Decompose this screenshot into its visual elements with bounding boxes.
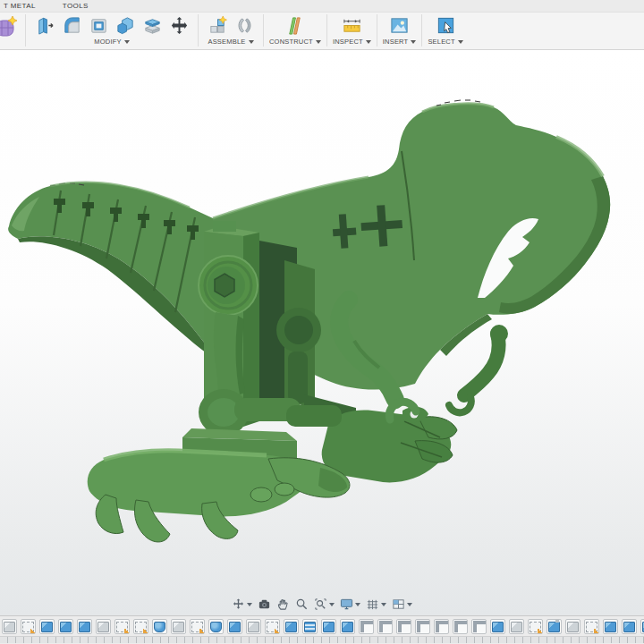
construct-plane-button[interactable] <box>284 14 306 36</box>
timeline-feature-body[interactable] <box>96 619 111 634</box>
dropdown-caret[interactable] <box>381 603 386 606</box>
joint-button[interactable] <box>233 14 255 36</box>
split-body-button[interactable] <box>141 14 163 36</box>
viewport-canvas[interactable] <box>0 50 644 615</box>
sketch-feature-icon <box>586 622 597 632</box>
toolbar-group-construct: CONSTRUCT <box>266 13 325 46</box>
extrude-t-feature-icon <box>548 622 560 632</box>
toolbar-separator <box>326 14 327 47</box>
timeline-feature-flag[interactable] <box>377 619 393 634</box>
flag-feature-icon <box>417 621 429 632</box>
sketch-feature-icon <box>22 622 34 632</box>
timeline-feature-extrude[interactable] <box>490 619 505 634</box>
fillet-button[interactable] <box>61 14 82 36</box>
grid-snaps-icon[interactable] <box>366 597 386 611</box>
timeline-feature-sketch[interactable] <box>265 619 280 634</box>
sketch-feature-icon <box>135 622 147 632</box>
timeline-feature-body[interactable] <box>509 619 524 634</box>
timeline-feature-flag[interactable] <box>434 619 449 634</box>
toolbar: MODIFY ASSEMBLE CONSTRUCT INSPECT <box>0 13 644 50</box>
select-button[interactable] <box>435 14 456 36</box>
timeline-feature-flag[interactable] <box>471 619 487 634</box>
extrude-feature-icon <box>492 622 504 632</box>
modify-menu[interactable]: MODIFY <box>94 38 129 46</box>
timeline-feature-extrude[interactable] <box>340 619 355 634</box>
dropdown-caret[interactable] <box>247 603 252 606</box>
orbit-icon[interactable] <box>232 597 252 611</box>
toolbar-separator <box>263 14 264 47</box>
timeline-feature-sketch[interactable] <box>133 619 148 634</box>
assemble-menu[interactable]: ASSEMBLE <box>208 38 253 46</box>
display-settings-icon[interactable] <box>340 597 360 611</box>
modify-label: MODIFY <box>94 38 121 46</box>
timeline-feature-extrude[interactable] <box>227 619 242 634</box>
zoom-icon[interactable] <box>295 597 309 611</box>
fit-icon[interactable] <box>314 597 335 611</box>
tab-tools[interactable]: TOOLS <box>63 2 89 10</box>
timeline-feature-sketch[interactable] <box>528 619 543 634</box>
sketch-feature-icon <box>530 622 541 632</box>
pan-icon[interactable] <box>276 597 290 611</box>
assemble-label: ASSEMBLE <box>208 38 245 46</box>
insert-canvas-button[interactable] <box>389 14 411 36</box>
trex-model[interactable] <box>8 100 610 542</box>
timeline-feature-body[interactable] <box>246 619 261 634</box>
chevron-down-icon <box>366 40 371 44</box>
dropdown-caret[interactable] <box>329 603 335 606</box>
timeline-feature-body[interactable] <box>2 619 17 634</box>
timeline-feature-extrude[interactable] <box>321 619 336 634</box>
timeline-feature-extrude[interactable] <box>640 619 644 634</box>
inspect-menu[interactable]: INSPECT <box>333 38 371 46</box>
timeline-feature-extrude-t[interactable] <box>547 619 562 634</box>
timeline-feature-sketch[interactable] <box>584 619 599 634</box>
select-menu[interactable]: SELECT <box>428 38 462 46</box>
body-feature-icon <box>173 622 184 632</box>
flag-feature-icon <box>454 621 467 632</box>
extrude-feature-icon <box>285 622 297 632</box>
timeline-feature-body[interactable] <box>171 619 186 634</box>
move-button[interactable] <box>168 14 190 36</box>
shell-button[interactable] <box>88 14 109 36</box>
extrude-feature-icon <box>60 622 72 632</box>
timeline-feature-flag[interactable] <box>396 619 411 634</box>
viewports-icon[interactable] <box>392 597 412 611</box>
toolbar-separator <box>198 14 199 47</box>
extrude-feature-icon <box>229 622 241 632</box>
timeline-feature-extrude[interactable] <box>603 619 618 634</box>
construct-menu[interactable]: CONSTRUCT <box>269 38 321 46</box>
dropdown-caret[interactable] <box>355 603 360 606</box>
tab-sheet-metal[interactable]: T METAL <box>4 2 36 10</box>
create-form-button[interactable] <box>0 14 23 39</box>
dropdown-caret[interactable] <box>407 603 412 606</box>
flag-feature-icon <box>473 621 486 632</box>
timeline-feature-flag[interactable] <box>359 619 374 634</box>
timeline-feature-body[interactable] <box>565 619 580 634</box>
extrude-feature-icon <box>79 622 90 632</box>
press-pull-button[interactable] <box>34 14 55 36</box>
body-feature-icon <box>97 622 109 632</box>
timeline-feature-extrude[interactable] <box>77 619 92 634</box>
new-component-button[interactable] <box>207 14 228 36</box>
timeline-feature-extrude[interactable] <box>622 619 637 634</box>
timeline-ruler[interactable] <box>0 636 644 643</box>
timeline-feature-extrude[interactable] <box>39 619 55 634</box>
timeline-feature-sketch[interactable] <box>21 619 36 634</box>
timeline-feature-extrude[interactable] <box>58 619 73 634</box>
timeline-feature-flag[interactable] <box>453 619 468 634</box>
insert-menu[interactable]: INSERT <box>383 38 417 46</box>
chevron-down-icon <box>249 40 254 44</box>
timeline-feature-form[interactable] <box>208 619 224 634</box>
timeline-feature-sketch[interactable] <box>114 619 130 634</box>
timeline-feature-sketch[interactable] <box>190 619 205 634</box>
timeline-feature-ribs[interactable] <box>302 619 318 634</box>
combine-button[interactable] <box>114 14 136 36</box>
flag-feature-icon <box>398 621 411 632</box>
timeline-feature-flag[interactable] <box>415 619 430 634</box>
measure-button[interactable] <box>341 14 362 36</box>
timeline-feature-extrude[interactable] <box>284 619 299 634</box>
extrude-feature-icon <box>605 622 616 632</box>
look-at-icon[interactable] <box>258 597 271 611</box>
ribs-feature-icon <box>304 622 316 632</box>
timeline-feature-form[interactable] <box>152 619 167 634</box>
chevron-down-icon <box>411 40 416 44</box>
